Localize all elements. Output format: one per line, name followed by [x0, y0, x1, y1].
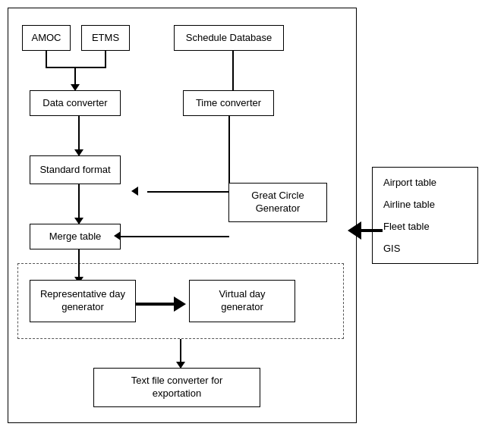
- data-converter-box: Data converter: [30, 90, 121, 116]
- to-standard-format-arrow: [74, 116, 83, 156]
- gis-label: GIS: [383, 243, 467, 254]
- amoc-v-line: [46, 51, 47, 67]
- main-diagram: AMOC ETMS Schedule Database Data convert…: [8, 8, 357, 423]
- to-merge-table-arrow: [74, 184, 83, 224]
- time-converter-box: Time converter: [183, 90, 274, 116]
- etms-box: ETMS: [81, 25, 130, 51]
- merge-table-box: Merge table: [30, 224, 121, 249]
- gc-merge-arrowhead: [114, 231, 121, 240]
- amoc-box: AMOC: [22, 25, 71, 51]
- schedule-db-box: Schedule Database: [174, 25, 284, 51]
- reference-box: Airport table Airline table Fleet table …: [372, 167, 478, 264]
- great-circle-box: Great Circle Generator: [228, 183, 327, 222]
- rep-to-virtual-arrow: [136, 297, 186, 312]
- text-file-box: Text file converter for exportation: [93, 368, 260, 407]
- virtual-day-box: Virtual day generator: [189, 280, 295, 322]
- ref-to-merge-arrow: [348, 221, 383, 240]
- to-data-converter-arrow: [71, 67, 80, 91]
- gc-to-merge-h: [121, 236, 229, 237]
- to-text-file-arrow: [176, 339, 185, 369]
- airline-table-label: Airline table: [383, 199, 467, 210]
- airport-table-label: Airport table: [383, 177, 467, 188]
- etms-v-line: [105, 51, 106, 67]
- fleet-table-label: Fleet table: [383, 221, 467, 232]
- time-v-line: [228, 116, 230, 192]
- to-rep-day-arrow: [74, 249, 83, 284]
- time-h-line: [147, 191, 229, 193]
- rep-day-box: Representative day generator: [30, 280, 136, 322]
- time-to-merge-arrow: [131, 187, 138, 196]
- standard-format-box: Standard format: [30, 155, 121, 184]
